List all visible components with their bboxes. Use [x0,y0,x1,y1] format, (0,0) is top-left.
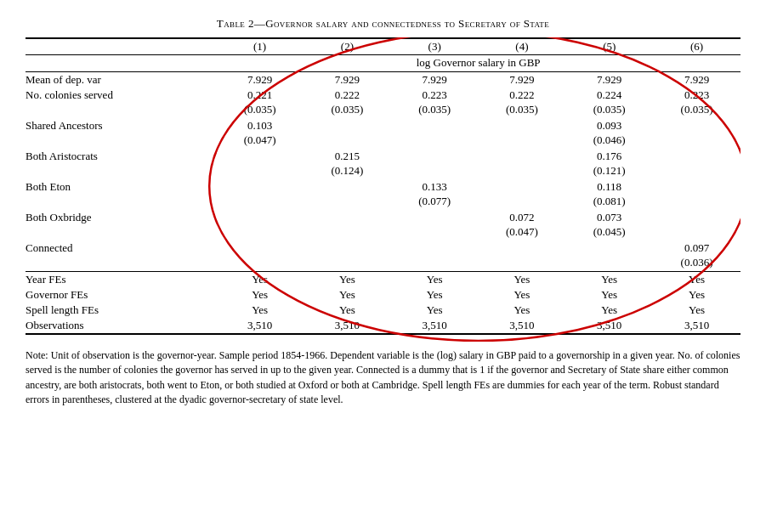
col-header-3: (3) [391,38,479,55]
no-colonies-se-1: (0.035) [216,103,304,118]
table-row-se: (0.077) (0.081) [26,195,740,210]
shared-ancestors-1: 0.103 [216,118,304,133]
mean-dep-var-6: 7.929 [653,72,740,88]
spell-length-fes-4: Yes [479,303,566,318]
no-colonies-se-4: (0.035) [479,103,566,118]
spell-length-fes-5: Yes [565,303,653,318]
table-row: Both Oxbridge 0.072 0.073 [26,210,740,225]
governor-fes-6: Yes [653,287,740,303]
both-eton-se-label [26,195,216,210]
mean-dep-var-1: 7.929 [216,72,304,88]
mean-dep-var-2: 7.929 [304,72,391,88]
connected-1 [216,241,304,256]
shared-ancestors-se-6 [653,133,740,149]
year-fes-5: Yes [565,272,653,288]
both-aristocrats-6 [653,149,740,164]
no-colonies-se-5: (0.035) [565,103,653,118]
table-wrapper: (1) (2) (3) (4) (5) (6) log Governor sal… [26,37,740,342]
connected-2 [304,241,391,256]
year-fes-4: Yes [479,272,566,288]
no-colonies-se-3: (0.035) [391,103,479,118]
connected-5 [565,241,653,256]
no-colonies-se-6: (0.035) [653,103,740,118]
both-oxbridge-se-3 [391,225,479,241]
observations-4: 3,510 [479,318,566,334]
year-fes-2: Yes [304,272,391,288]
no-colonies-2: 0.222 [304,88,391,103]
connected-se-label [26,256,216,272]
col-header-4: (4) [479,38,566,55]
shared-ancestors-se-3 [391,133,479,149]
both-oxbridge-se-label [26,225,216,241]
year-fes-1: Yes [216,272,304,288]
subtitle-cell [26,55,216,72]
connected-4 [479,241,566,256]
col-header-2: (2) [304,38,391,55]
observations-2: 3,510 [304,318,391,334]
connected-se-3 [391,256,479,272]
both-aristocrats-se-4 [479,164,566,179]
both-eton-1 [216,179,304,195]
both-aristocrats-3 [391,149,479,164]
empty-header [26,38,216,55]
both-aristocrats-se-3 [391,164,479,179]
both-oxbridge-3 [391,210,479,225]
col-header-6: (6) [653,38,740,55]
both-oxbridge-2 [304,210,391,225]
no-colonies-5: 0.224 [565,88,653,103]
table-row: Mean of dep. var 7.929 7.929 7.929 7.929… [26,72,740,88]
table-title: Table 2—Governor salary and connectednes… [26,17,740,31]
shared-ancestors-5: 0.093 [565,118,653,133]
no-colonies-label: No. colonies served [26,88,216,103]
observations-6: 3,510 [653,318,740,334]
shared-ancestors-3 [391,118,479,133]
shared-ancestors-se-label [26,133,216,149]
mean-dep-var-3: 7.929 [391,72,479,88]
connected-se-5 [565,256,653,272]
both-aristocrats-se-2: (0.124) [304,164,391,179]
connected-6: 0.097 [653,241,740,256]
shared-ancestors-6 [653,118,740,133]
connected-label: Connected [26,241,216,256]
shared-ancestors-2 [304,118,391,133]
mean-dep-var-4: 7.929 [479,72,566,88]
subtitle-span: log Governor salary in GBP [216,55,740,72]
both-oxbridge-6 [653,210,740,225]
both-oxbridge-se-4: (0.047) [479,225,566,241]
both-oxbridge-1 [216,210,304,225]
both-eton-se-1 [216,195,304,210]
both-aristocrats-1 [216,149,304,164]
spell-length-fes-6: Yes [653,303,740,318]
connected-se-1 [216,256,304,272]
governor-fes-5: Yes [565,287,653,303]
both-aristocrats-se-1 [216,164,304,179]
both-oxbridge-5: 0.073 [565,210,653,225]
spell-length-fes-1: Yes [216,303,304,318]
no-colonies-4: 0.222 [479,88,566,103]
table-row: No. colonies served 0.221 0.222 0.223 0.… [26,88,740,103]
table-row: Shared Ancestors 0.103 0.093 [26,118,740,133]
observations-3: 3,510 [391,318,479,334]
both-oxbridge-se-5: (0.045) [565,225,653,241]
mean-dep-var-5: 7.929 [565,72,653,88]
table-row-se: (0.047) (0.045) [26,225,740,241]
connected-se-6: (0.036) [653,256,740,272]
table-note: Note: Unit of observation is the governo… [26,348,740,408]
both-eton-se-5: (0.081) [565,195,653,210]
shared-ancestors-se-4 [479,133,566,149]
table-row: Connected 0.097 [26,241,740,256]
both-oxbridge-4: 0.072 [479,210,566,225]
both-eton-2 [304,179,391,195]
table-row-se: (0.047) (0.046) [26,133,740,149]
both-aristocrats-se-label [26,164,216,179]
table-row: Observations 3,510 3,510 3,510 3,510 3,5… [26,318,740,334]
table-row-se: (0.035) (0.035) (0.035) (0.035) (0.035) … [26,103,740,118]
year-fes-3: Yes [391,272,479,288]
both-oxbridge-se-6 [653,225,740,241]
both-aristocrats-4 [479,149,566,164]
both-eton-6 [653,179,740,195]
no-colonies-6: 0.223 [653,88,740,103]
no-colonies-3: 0.223 [391,88,479,103]
both-eton-se-3: (0.077) [391,195,479,210]
governor-fes-2: Yes [304,287,391,303]
